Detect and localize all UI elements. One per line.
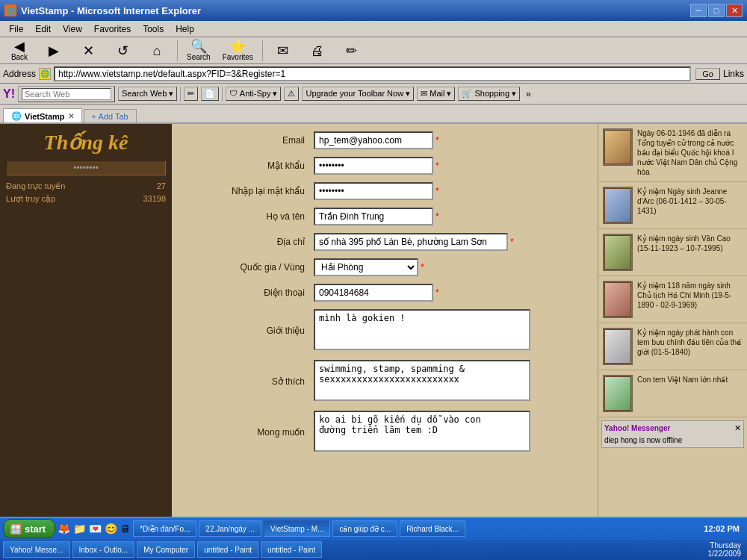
- back-button[interactable]: ◀ Back: [3, 37, 36, 63]
- maximize-button[interactable]: □: [708, 4, 725, 17]
- country-required: *: [421, 262, 424, 273]
- menu-file[interactable]: File: [3, 22, 29, 36]
- taskbar-task-4-label: Richard Black...: [406, 525, 459, 533]
- sidebar-stats: Đang trực tuyến 27 Lượt truy cập 33198: [6, 180, 166, 205]
- yahoo-page-btn[interactable]: 📄: [201, 87, 219, 101]
- menu-view[interactable]: View: [57, 22, 88, 36]
- name-required: *: [436, 211, 439, 222]
- taskbar-bottom: Yahoo! Messe... Inbox - Outlo... My Comp…: [0, 540, 747, 560]
- country-row: Quốc gia / Vùng Hải Phòng *: [187, 258, 583, 276]
- window-controls: ─ □ ✕: [690, 4, 743, 17]
- forward-button[interactable]: ▶: [37, 42, 70, 60]
- add-tab-label: + Add Tab: [92, 112, 128, 121]
- name-field[interactable]: [314, 208, 433, 225]
- taskbar-task-4[interactable]: Richard Black...: [400, 520, 465, 537]
- stop-icon: ✕: [83, 44, 94, 57]
- taskbar-icon-1[interactable]: 📁: [73, 523, 86, 535]
- news-text-3[interactable]: Kỷ niệm 118 năm ngày sinh Chủ tịch Hồ Ch…: [637, 281, 743, 310]
- email-required: *: [436, 135, 439, 146]
- news-text-0[interactable]: Ngày 06-01-1946 đã diễn ra Tổng tuyển cử…: [637, 128, 743, 177]
- tab-close-icon[interactable]: ✕: [68, 112, 74, 120]
- taskbar-task-1[interactable]: 22.Jan/ngày ...: [199, 520, 261, 537]
- menu-help[interactable]: Help: [170, 22, 200, 36]
- menu-edit[interactable]: Edit: [29, 22, 57, 36]
- news-text-4[interactable]: Kỷ niệm ngày phát hành con tem bưu chính…: [637, 328, 743, 357]
- minimize-button[interactable]: ─: [690, 4, 707, 17]
- favorites-icon: ⭐: [229, 40, 246, 53]
- menu-favorites[interactable]: Favorites: [88, 22, 137, 36]
- favorites-button[interactable]: ⭐ Favorites: [217, 37, 258, 63]
- start-button[interactable]: 🪟 start: [3, 519, 55, 538]
- phone-required: *: [436, 287, 439, 298]
- yahoo-edit-btn[interactable]: ✏: [184, 87, 198, 101]
- country-select[interactable]: Hải Phòng: [314, 258, 418, 276]
- yahoo-antispy-btn[interactable]: 🛡 Anti-Spy ▾: [226, 87, 281, 101]
- email-field[interactable]: [314, 131, 433, 149]
- close-button[interactable]: ✕: [726, 4, 743, 17]
- taskbar-task-3[interactable]: cần giúp đỡ c...: [332, 520, 397, 537]
- yahoo-search-input-area[interactable]: [18, 86, 115, 102]
- intro-row: Giới thiệu mình là gokien !: [187, 309, 583, 352]
- edit-button[interactable]: ✏: [335, 42, 368, 60]
- address-field[interactable]: [314, 233, 508, 251]
- visits-count: 33198: [143, 194, 166, 204]
- print-button[interactable]: 🖨: [301, 42, 334, 60]
- taskbar-bottom-task-0[interactable]: Yahoo! Messe...: [3, 541, 70, 558]
- menu-tools[interactable]: Tools: [137, 22, 170, 36]
- refresh-button[interactable]: ↺: [106, 42, 139, 60]
- yahoo-more-btn[interactable]: »: [526, 89, 531, 99]
- home-button[interactable]: ⌂: [140, 42, 173, 60]
- phone-field[interactable]: [314, 284, 433, 302]
- add-tab-button[interactable]: + Add Tab: [84, 109, 137, 122]
- news-item-0: Ngày 06-01-1946 đã diễn ra Tổng tuyển cử…: [598, 124, 747, 182]
- taskbar-quick-icons: 🦊 📁 💌 😊 🖥: [58, 523, 131, 535]
- taskbar-icon-0[interactable]: 🦊: [58, 523, 70, 535]
- taskbar-task-2[interactable]: VietStamp - M...: [264, 520, 331, 537]
- taskbar-icon-4[interactable]: 🖥: [120, 523, 131, 535]
- news-text-1[interactable]: Kỷ niệm Ngày sinh Jeanne d'Arc (06-01-14…: [637, 187, 743, 216]
- taskbar-icon-2[interactable]: 💌: [89, 523, 102, 535]
- yahoo-mail-btn[interactable]: ✉ Mail ▾: [417, 87, 455, 101]
- stop-button[interactable]: ✕: [72, 42, 105, 60]
- logo-text: Thống kê: [6, 130, 166, 155]
- confirm-field[interactable]: [314, 182, 433, 200]
- address-input[interactable]: [54, 66, 691, 81]
- intro-textarea[interactable]: mình là gokien !: [314, 309, 530, 350]
- content-area: Thống kê •••••••• Đang trực tuyến 27 Lượ…: [0, 124, 747, 544]
- visits-label: Lượt truy cập: [6, 194, 55, 204]
- messenger-close-icon[interactable]: ✕: [734, 423, 741, 433]
- mail-button[interactable]: ✉: [267, 42, 300, 60]
- taskbar-bottom-task-1[interactable]: Inbox - Outlo...: [72, 541, 135, 558]
- browser-toolbar: ◀ Back ▶ ✕ ↺ ⌂ 🔍 Search ⭐ Favorites ✉ 🖨: [0, 37, 747, 64]
- tab-vietstamp-label: VietStamp: [25, 112, 65, 121]
- yahoo-search-btn[interactable]: Search Web ▾: [118, 87, 177, 101]
- news-text-2[interactable]: Kỷ niệm ngày sinh Văn Cao (15-11-1923 – …: [637, 234, 743, 253]
- news-text-5[interactable]: Con tem Việt Nam lớn nhất: [637, 375, 728, 385]
- search-button[interactable]: 🔍 Search: [182, 37, 216, 63]
- taskbar-bottom-task-3[interactable]: untitled - Paint: [197, 541, 258, 558]
- taskbar-bottom-task-4-label: untitled - Paint: [267, 546, 315, 554]
- hobbies-textarea[interactable]: swimming, stamp, spamming & sexxxxxxxxxx…: [314, 360, 530, 401]
- address-bar: Address 🌐 Go Links: [0, 64, 747, 84]
- tabs-bar: 🌐 VietStamp ✕ + Add Tab: [0, 105, 747, 124]
- taskbar-time: 12:02 PM: [704, 524, 740, 533]
- wish-textarea[interactable]: ko ai bi gõ kiến dụ dỗ vào con đường tri…: [314, 411, 530, 452]
- taskbar-clock: 12:02 PM: [704, 524, 744, 533]
- yahoo-sep-2: [222, 87, 223, 102]
- yahoo-upgrade-btn[interactable]: Upgrade your Toolbar Now ▾: [302, 87, 414, 101]
- taskbar-bottom-task-2[interactable]: My Computer: [137, 541, 195, 558]
- taskbar-task-0[interactable]: *Diễn đàn/Fo...: [133, 520, 196, 537]
- messenger-notification: Yahoo! Messenger ✕ diep hong is now offl…: [601, 420, 744, 448]
- back-icon: ◀: [14, 40, 25, 53]
- right-sidebar: Ngày 06-01-1946 đã diễn ra Tổng tuyển cử…: [598, 124, 747, 544]
- yahoo-shopping-btn[interactable]: 🛒 Shopping ▾: [458, 87, 520, 101]
- go-button[interactable]: Go: [695, 68, 720, 80]
- start-label: start: [25, 523, 46, 535]
- password-display: ••••••••: [6, 161, 166, 175]
- print-icon: 🖨: [311, 44, 324, 57]
- taskbar-bottom-task-4[interactable]: untitled - Paint: [261, 541, 322, 558]
- tab-vietstamp[interactable]: 🌐 VietStamp ✕: [3, 108, 82, 122]
- password-field[interactable]: [314, 157, 433, 175]
- yahoo-search-input[interactable]: [22, 88, 111, 100]
- taskbar-icon-3[interactable]: 😊: [105, 523, 117, 535]
